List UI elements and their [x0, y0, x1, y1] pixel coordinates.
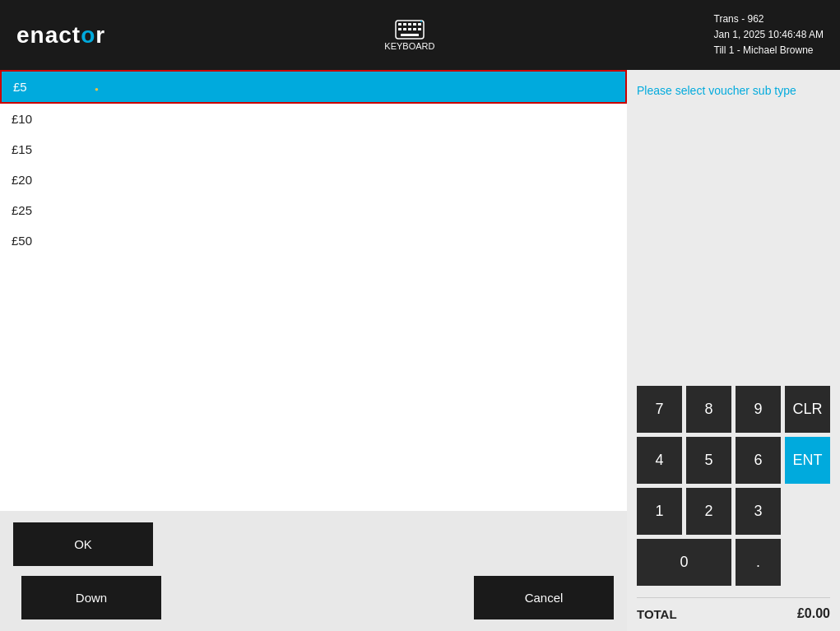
bottom-buttons: OK Down Cancel [0, 511, 627, 631]
header-info: Trans - 962 Jan 1, 2025 10:46:48 AM Till… [714, 12, 824, 59]
voucher-prompt: Please select voucher sub type [637, 83, 830, 100]
numpad-area: 7 8 9 CLR 4 5 6 ENT 1 2 3 0 . TOTAL £0.0… [637, 113, 830, 621]
total-row: TOTAL £0.00 [637, 597, 830, 621]
svg-point-12 [420, 21, 422, 22]
num-0-button[interactable]: 0 [637, 539, 731, 586]
logo: enactor [16, 22, 105, 49]
num-3-button[interactable]: 3 [736, 488, 781, 535]
svg-rect-10 [418, 28, 421, 30]
cancel-button[interactable]: Cancel [474, 576, 614, 619]
num-8-button[interactable]: 8 [686, 386, 731, 433]
svg-rect-4 [413, 23, 416, 26]
list-item[interactable]: £5 ● [0, 70, 627, 104]
clr-button[interactable]: CLR [785, 386, 830, 433]
svg-rect-11 [401, 34, 419, 36]
main-layout: £5 ●£10£15£20£25£50 OK Down Cancel Pleas… [0, 70, 840, 631]
svg-rect-6 [398, 28, 401, 30]
svg-rect-9 [413, 28, 416, 30]
keyboard-icon [395, 20, 425, 39]
num-1-button[interactable]: 1 [637, 488, 682, 535]
numpad-grid: 7 8 9 CLR 4 5 6 ENT 1 2 3 0 . [637, 386, 830, 586]
list-item[interactable]: £50 [0, 225, 627, 256]
list-item[interactable]: £10 [0, 104, 627, 134]
svg-rect-1 [398, 23, 401, 26]
list-item[interactable]: £15 [0, 134, 627, 165]
keyboard-button[interactable]: KEYBOARD [384, 20, 434, 51]
num-6-button[interactable]: 6 [736, 437, 781, 484]
trans-info: Trans - 962 [714, 12, 824, 27]
ent-button[interactable]: ENT [785, 437, 830, 484]
total-value: £0.00 [797, 606, 830, 621]
keyboard-label: KEYBOARD [384, 41, 434, 51]
right-panel: Please select voucher sub type 7 8 9 CLR… [627, 70, 840, 631]
header: enactor KEYBOARD Trans - 962 Jan 1, 2025… [0, 0, 840, 70]
num-5-button[interactable]: 5 [686, 437, 731, 484]
svg-rect-5 [418, 23, 421, 26]
svg-rect-2 [403, 23, 406, 26]
svg-rect-3 [408, 23, 411, 26]
svg-rect-8 [408, 28, 411, 30]
num-4-button[interactable]: 4 [637, 437, 682, 484]
date-info: Jan 1, 2025 10:46:48 AM [714, 27, 824, 43]
logo-dot: o [81, 22, 95, 48]
svg-rect-7 [403, 28, 406, 30]
num-2-button[interactable]: 2 [686, 488, 731, 535]
ok-button[interactable]: OK [13, 522, 153, 566]
list-item[interactable]: £25 [0, 195, 627, 225]
down-button[interactable]: Down [21, 576, 161, 619]
num-7-button[interactable]: 7 [637, 386, 682, 433]
list-item[interactable]: £20 [0, 165, 627, 195]
till-info: Till 1 - Michael Browne [714, 43, 824, 58]
num-9-button[interactable]: 9 [736, 386, 781, 433]
decimal-button[interactable]: . [736, 539, 781, 586]
left-panel: £5 ●£10£15£20£25£50 OK Down Cancel [0, 70, 627, 631]
total-label: TOTAL [637, 607, 677, 621]
voucher-list: £5 ●£10£15£20£25£50 [0, 70, 627, 511]
